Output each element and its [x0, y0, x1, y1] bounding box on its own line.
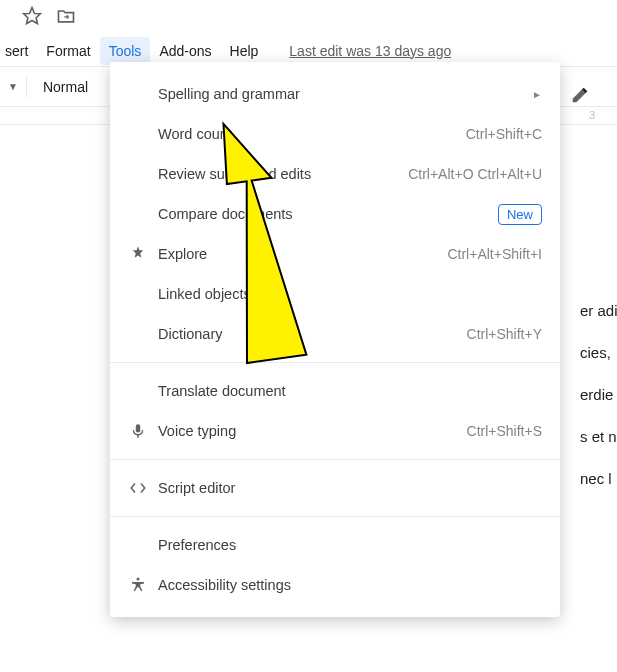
explore-icon — [124, 245, 152, 263]
toolbar-dropdown-caret[interactable]: ▼ — [8, 81, 18, 92]
move-folder-icon[interactable] — [56, 6, 76, 29]
menu-addons[interactable]: Add-ons — [150, 37, 220, 65]
mic-icon — [124, 422, 152, 440]
menuitem-label: Compare documents — [152, 206, 498, 222]
svg-point-1 — [137, 578, 140, 581]
shortcut-text: Ctrl+Alt+O Ctrl+Alt+U — [408, 166, 542, 182]
menu-divider — [110, 362, 560, 363]
code-icon — [124, 479, 152, 497]
menuitem-dictionary[interactable]: Dictionary Ctrl+Shift+Y — [110, 314, 560, 354]
menuitem-label: Script editor — [152, 480, 542, 496]
menuitem-word-count[interactable]: Word count Ctrl+Shift+C — [110, 114, 560, 154]
menuitem-label: Preferences — [152, 537, 542, 553]
last-edit-link[interactable]: Last edit was 13 days ago — [289, 43, 451, 59]
menuitem-label: Explore — [152, 246, 447, 262]
menuitem-label: Accessibility settings — [152, 577, 542, 593]
menuitem-script-editor[interactable]: Script editor — [110, 468, 560, 508]
paragraph-style-dropdown[interactable]: Normal — [35, 79, 96, 95]
ruler-mark: 3 — [589, 109, 595, 121]
menu-help[interactable]: Help — [221, 37, 268, 65]
shortcut-text: Ctrl+Shift+C — [466, 126, 542, 142]
menuitem-translate-document[interactable]: Translate document — [110, 371, 560, 411]
menuitem-compare-documents[interactable]: Compare documents New — [110, 194, 560, 234]
tools-dropdown: Spelling and grammar ► Word count Ctrl+S… — [110, 62, 560, 617]
paragraph-style-label: Normal — [43, 79, 88, 95]
menuitem-accessibility-settings[interactable]: Accessibility settings — [110, 565, 560, 605]
menuitem-label: Review suggested edits — [152, 166, 408, 182]
toolbar-separator — [26, 76, 27, 98]
shortcut-text: Ctrl+Shift+Y — [467, 326, 542, 342]
menu-format[interactable]: Format — [37, 37, 99, 65]
menuitem-explore[interactable]: Explore Ctrl+Alt+Shift+I — [110, 234, 560, 274]
menuitem-label: Linked objects — [152, 286, 542, 302]
shortcut-text: Ctrl+Alt+Shift+I — [447, 246, 542, 262]
shortcut-text: Ctrl+Shift+S — [467, 423, 542, 439]
menuitem-preferences[interactable]: Preferences — [110, 525, 560, 565]
star-icon[interactable] — [22, 6, 42, 29]
menuitem-voice-typing[interactable]: Voice typing Ctrl+Shift+S — [110, 411, 560, 451]
menu-tools[interactable]: Tools — [100, 37, 151, 65]
menu-divider — [110, 459, 560, 460]
menuitem-spelling-grammar[interactable]: Spelling and grammar ► — [110, 74, 560, 114]
menuitem-label: Spelling and grammar — [152, 86, 532, 102]
menuitem-review-suggested-edits[interactable]: Review suggested edits Ctrl+Alt+O Ctrl+A… — [110, 154, 560, 194]
svg-marker-0 — [24, 8, 41, 24]
menuitem-label: Voice typing — [152, 423, 467, 439]
new-badge: New — [498, 204, 542, 225]
accessibility-icon — [124, 576, 152, 594]
menu-divider — [110, 516, 560, 517]
menuitem-label: Dictionary — [152, 326, 467, 342]
menu-insert[interactable]: sert — [0, 37, 37, 65]
menuitem-linked-objects[interactable]: Linked objects — [110, 274, 560, 314]
submenu-arrow-icon: ► — [532, 89, 542, 100]
menuitem-label: Translate document — [152, 383, 542, 399]
highlighter-icon[interactable] — [569, 84, 591, 109]
menuitem-label: Word count — [152, 126, 466, 142]
